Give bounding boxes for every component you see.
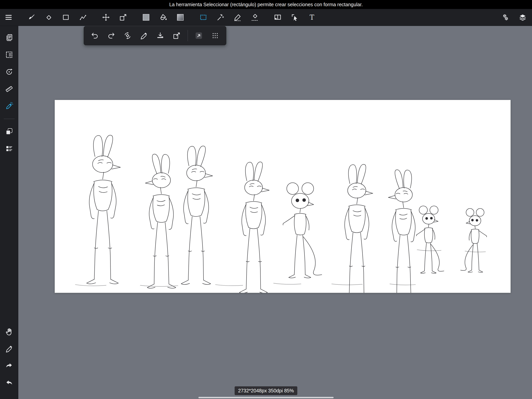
brush-tool-button[interactable] <box>25 10 38 24</box>
top-toolbar-right <box>499 10 532 24</box>
redo-arrow-icon <box>5 362 13 370</box>
grid-drag-icon <box>211 32 219 40</box>
toolbar-group: T <box>271 10 319 24</box>
menu-tool-button[interactable] <box>1 10 16 24</box>
color-foreground-tool-button[interactable] <box>139 10 153 24</box>
split-view-icon <box>274 13 282 21</box>
select-pen-icon <box>234 13 242 21</box>
fill-bucket-icon <box>159 13 167 21</box>
airbrush-tool-button[interactable] <box>2 99 16 113</box>
select-panel-icon <box>5 51 13 59</box>
magic-wand-icon <box>216 13 225 21</box>
move-icon <box>102 13 110 21</box>
toolbar-group <box>139 10 187 24</box>
status-pill: 2732*2048px 350dpi 85% <box>235 386 297 395</box>
toolbar-group <box>25 10 90 24</box>
rotate-canvas-icon <box>5 68 13 76</box>
transform-tool-button[interactable] <box>116 10 130 24</box>
panel-layout-tool-button[interactable] <box>2 142 16 156</box>
toolbar-divider <box>4 119 15 119</box>
undo-icon <box>91 32 99 40</box>
gradient-icon <box>176 13 184 21</box>
undo-arrow-icon <box>5 379 13 387</box>
ruler-icon <box>5 85 13 93</box>
save-download-icon <box>156 32 164 40</box>
hand-tool-button[interactable] <box>2 325 16 339</box>
canvas[interactable] <box>55 100 511 293</box>
grid-drag-tool-button[interactable] <box>208 29 222 43</box>
layers-tool-button[interactable] <box>516 10 530 24</box>
undo-arrow-tool-button[interactable] <box>2 376 16 390</box>
eraser-icon <box>44 13 53 21</box>
pages-icon <box>5 33 13 42</box>
eraser-tool-button[interactable] <box>42 10 56 24</box>
sidebar-top-group <box>2 31 16 156</box>
move-tool-button[interactable] <box>99 10 113 24</box>
redo-tool-button[interactable] <box>104 29 118 43</box>
toolbar-group <box>1 10 16 24</box>
toolbar-group <box>196 10 262 24</box>
transform-icon <box>119 13 127 21</box>
notification-bar: La herramienta Seleccionar (rectángulo) … <box>0 0 532 9</box>
top-toolbar-left: T <box>0 10 319 24</box>
rotate-reset-tool-button[interactable] <box>120 29 134 43</box>
polyline-icon <box>79 13 87 21</box>
pages-tool-button[interactable] <box>2 31 16 45</box>
rotate-canvas-tool-button[interactable] <box>2 65 16 79</box>
snap-cursor-icon <box>291 13 299 21</box>
rotate-reset-icon <box>123 32 132 40</box>
select-rectangle-tool-button[interactable] <box>196 10 210 24</box>
redo-arrow-tool-button[interactable] <box>2 359 16 373</box>
select-eraser-tool-button[interactable] <box>248 10 262 24</box>
notification-text: La herramienta Seleccionar (rectángulo) … <box>169 2 363 7</box>
materials-3d-icon <box>501 13 510 21</box>
color-foreground-icon <box>142 13 150 21</box>
fill-bucket-tool-button[interactable] <box>156 10 170 24</box>
hand-icon <box>5 328 13 336</box>
select-panel-tool-button[interactable] <box>2 48 16 62</box>
left-sidebar <box>0 26 18 399</box>
shape-rectangle-icon <box>62 13 70 21</box>
color-materials-icon <box>5 127 13 135</box>
svg-text:T: T <box>310 13 314 21</box>
shape-rectangle-tool-button[interactable] <box>59 10 73 24</box>
eyedropper-tool-button[interactable] <box>137 29 151 43</box>
material-panel-icon <box>195 32 203 40</box>
select-pen-tool-button[interactable] <box>231 10 245 24</box>
canvas-artwork <box>55 100 511 293</box>
text-icon: T <box>308 13 316 21</box>
window-new-tool-button[interactable] <box>170 29 184 43</box>
horizontal-scrollbar[interactable] <box>198 397 334 398</box>
eyedropper-icon <box>140 32 148 40</box>
brush-icon <box>27 13 36 21</box>
window-new-icon <box>172 32 181 40</box>
toolbar-divider <box>188 30 188 41</box>
toolbar-group <box>99 10 130 24</box>
airbrush-icon <box>5 102 13 110</box>
sidebar-bottom-group <box>2 325 16 390</box>
save-download-tool-button[interactable] <box>153 29 167 43</box>
text-tool-button[interactable]: T <box>305 10 319 24</box>
materials-3d-tool-button[interactable] <box>499 10 513 24</box>
status-text: 2732*2048px 350dpi 85% <box>238 388 294 393</box>
select-eraser-icon <box>251 13 259 21</box>
top-toolbar: T <box>0 9 532 26</box>
color-materials-tool-button[interactable] <box>2 124 16 139</box>
snap-cursor-tool-button[interactable] <box>288 10 302 24</box>
eyedropper-icon <box>5 345 13 353</box>
magic-wand-tool-button[interactable] <box>213 10 228 24</box>
polyline-tool-button[interactable] <box>76 10 90 24</box>
select-rectangle-icon <box>199 13 207 21</box>
layers-icon <box>519 13 527 21</box>
material-panel-tool-button[interactable] <box>192 29 206 43</box>
floating-toolbar <box>84 26 226 45</box>
eyedropper-tool-button[interactable] <box>2 342 16 356</box>
gradient-tool-button[interactable] <box>173 10 187 24</box>
menu-icon <box>5 13 13 21</box>
split-view-tool-button[interactable] <box>271 10 285 24</box>
panel-layout-icon <box>5 145 13 153</box>
redo-icon <box>107 32 115 40</box>
undo-tool-button[interactable] <box>88 29 102 43</box>
ruler-tool-button[interactable] <box>2 82 16 96</box>
